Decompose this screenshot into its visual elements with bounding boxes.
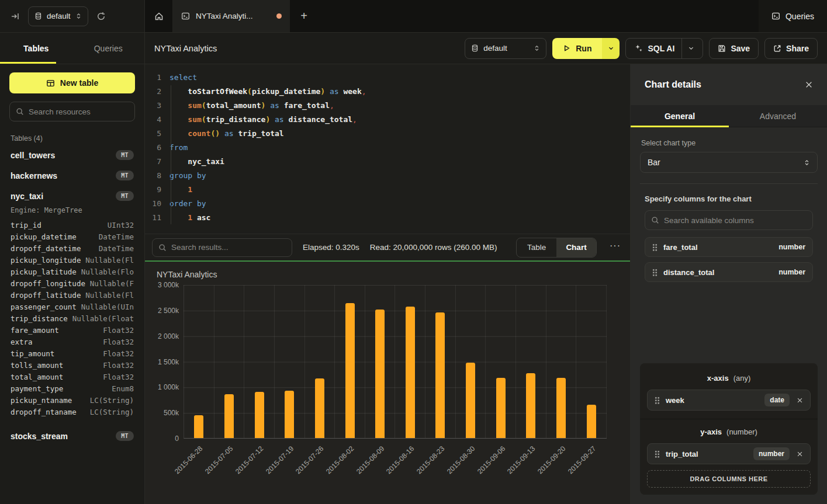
token: from	[169, 143, 188, 152]
code-line: 4 sum(trip_distance) as distance_total,	[145, 112, 630, 126]
drag-columns-dropzone[interactable]: DRAG COLUMNS HERE	[647, 470, 811, 488]
refresh-icon[interactable]	[94, 9, 108, 23]
x-axis-item-week[interactable]: week date	[647, 390, 811, 411]
tab-advanced[interactable]: Advanced	[729, 105, 827, 127]
chart-bar[interactable]	[466, 363, 475, 438]
chart-plot[interactable]	[184, 285, 607, 439]
chart-slot	[305, 285, 335, 438]
database-selector[interactable]: default	[28, 6, 88, 26]
panel-tabs: General Advanced	[631, 105, 827, 127]
column-name: tolls_amount	[11, 361, 63, 370]
remove-icon[interactable]	[795, 450, 804, 458]
column-row: passenger_countNullable(UIn	[9, 301, 135, 312]
home-tab[interactable]	[145, 0, 173, 32]
save-button[interactable]: Save	[709, 38, 759, 59]
chart-bar[interactable]	[526, 373, 535, 438]
x-tick-label: 2015-07-12	[234, 444, 265, 475]
sql-editor[interactable]: 1select2 toStartOfWeek(pickup_datetime) …	[145, 64, 630, 234]
toggle-table[interactable]: Table	[517, 238, 556, 257]
search-resources-input[interactable]	[29, 107, 129, 116]
topbar-right: Queries	[759, 0, 827, 32]
tab-strip: NYTaxi Analyti... +	[145, 0, 759, 32]
database-selector-value: default	[47, 12, 71, 20]
search-columns-input[interactable]	[664, 216, 807, 225]
query-database-value: default	[483, 44, 529, 53]
run-button[interactable]: Run	[552, 38, 602, 59]
chevron-down-icon[interactable]	[688, 45, 694, 51]
token: group by	[169, 171, 206, 180]
chart-bar[interactable]	[435, 312, 445, 438]
column-name: total_amount	[11, 373, 63, 381]
token: distance_total	[289, 115, 353, 124]
tab-nytaxi-analytics[interactable]: NYTaxi Analyti...	[173, 0, 290, 32]
drag-handle-icon[interactable]	[655, 450, 660, 458]
query-database-selector[interactable]: default	[465, 38, 546, 59]
available-column-name: fare_total	[663, 243, 773, 252]
panel-title: Chart details	[645, 79, 701, 90]
results-toolbar: Elapsed: 0.320s Read: 20,000,000 rows (2…	[145, 234, 630, 260]
toggle-chart[interactable]: Chart	[556, 238, 596, 257]
sql-ai-button[interactable]: SQL AI	[625, 38, 703, 59]
chart-bar[interactable]	[224, 394, 234, 438]
column-row: pickup_datetimeDateTime	[9, 231, 135, 242]
close-icon[interactable]	[805, 81, 813, 89]
token	[169, 129, 188, 138]
new-table-button[interactable]: New table	[9, 72, 135, 93]
drag-handle-icon[interactable]	[652, 269, 658, 276]
token: )	[320, 87, 325, 96]
run-options-button[interactable]	[602, 38, 620, 59]
column-name: trip_id	[11, 221, 41, 230]
chart-bar[interactable]	[556, 378, 566, 438]
chart-bar[interactable]	[406, 307, 415, 438]
available-column-distance_total[interactable]: distance_totalnumber	[645, 262, 813, 282]
sidebar-tab-queries[interactable]: Queries	[72, 33, 145, 64]
drag-handle-icon[interactable]	[655, 397, 660, 404]
chart-bar[interactable]	[496, 378, 506, 438]
search-icon	[651, 216, 659, 224]
available-column-fare_total[interactable]: fare_totalnumber	[645, 237, 813, 257]
chart-bar[interactable]	[315, 378, 324, 438]
remove-icon[interactable]	[795, 396, 804, 405]
database-icon	[471, 44, 479, 53]
chart-bar[interactable]	[285, 391, 294, 439]
token: asc	[197, 213, 210, 222]
token	[325, 87, 330, 96]
chart-bar[interactable]	[194, 415, 203, 438]
chart-slot	[275, 285, 305, 438]
new-tab-button[interactable]: +	[290, 0, 318, 32]
chart-bar[interactable]	[587, 405, 596, 438]
table-row[interactable]: nyc_taxiMT	[9, 186, 135, 206]
token: total_amount	[206, 101, 261, 110]
x-tick-label: 2015-08-23	[415, 444, 446, 475]
token	[284, 115, 289, 124]
sidebar-search	[9, 102, 135, 121]
table-row[interactable]: cell_towersMT	[9, 145, 135, 165]
share-button[interactable]: Share	[764, 38, 818, 59]
results-search	[152, 238, 292, 257]
column-name: dropoff_longitude	[11, 279, 85, 288]
table-name: cell_towers	[11, 151, 55, 160]
tab-general[interactable]: General	[631, 105, 729, 127]
table-row[interactable]: hackernewsMT	[9, 165, 135, 186]
code-text: from	[169, 143, 188, 152]
chevron-down-icon	[608, 45, 614, 51]
token	[169, 157, 188, 166]
queries-button[interactable]: Queries	[771, 12, 814, 21]
queries-label: Queries	[786, 12, 814, 21]
chart-bar[interactable]	[255, 392, 264, 438]
collapse-sidebar-icon[interactable]	[8, 9, 22, 23]
search-results-input[interactable]	[171, 243, 286, 252]
token	[270, 115, 275, 124]
chart-type-select[interactable]: Bar	[640, 152, 818, 173]
table-row[interactable]: stocks_streamMT	[9, 426, 135, 446]
chart-bar[interactable]	[345, 303, 355, 438]
chart-bar[interactable]	[375, 310, 385, 438]
y-axis-item-trip-total[interactable]: trip_total number	[647, 443, 811, 464]
column-row: dropoff_longitudeNullable(F	[9, 277, 135, 289]
sidebar-tab-tables[interactable]: Tables	[0, 33, 72, 64]
x-tick-label: 2015-07-26	[294, 444, 325, 475]
chart-slot	[546, 285, 577, 438]
save-label: Save	[731, 44, 750, 53]
more-options-icon[interactable]: ···	[607, 241, 623, 255]
drag-handle-icon[interactable]	[652, 244, 658, 251]
